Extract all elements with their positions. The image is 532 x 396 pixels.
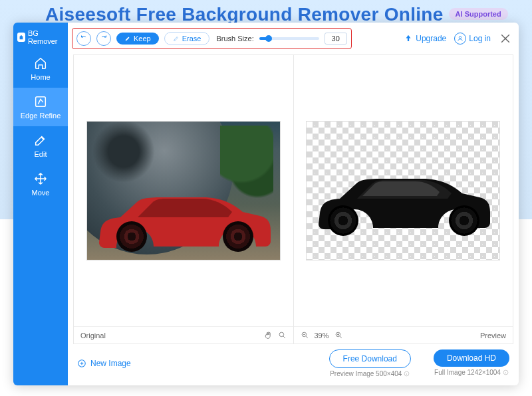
login-label: Log in — [469, 34, 491, 43]
original-canvas[interactable] — [74, 55, 293, 326]
erase-tool-button[interactable]: Erase — [164, 32, 210, 45]
app-window: BG Remover Home Edge Refine Edit Move — [13, 23, 519, 385]
sidebar-item-label: Edit — [35, 150, 47, 158]
new-image-button[interactable]: New Image — [77, 359, 131, 368]
keep-label: Keep — [134, 35, 151, 43]
erase-label: Erase — [182, 35, 201, 43]
free-download-meta: Preview Image 500×404 — [330, 370, 410, 377]
brush-keep-icon — [124, 35, 131, 42]
app-brand: BG Remover — [13, 27, 68, 49]
sidebar-item-home[interactable]: Home — [13, 49, 68, 88]
zoom-value: 39% — [315, 332, 329, 340]
sidebar-item-label: Edge Refine — [21, 112, 61, 120]
svg-point-2 — [279, 332, 284, 337]
tool-group: Keep Erase Brush Size: 30 — [72, 28, 352, 49]
account-area: Upgrade Log in — [404, 32, 512, 45]
upgrade-icon — [404, 34, 413, 43]
home-icon — [33, 56, 48, 70]
preview-canvas[interactable] — [294, 55, 513, 326]
brush-erase-icon — [173, 35, 180, 42]
brush-size-slider[interactable] — [259, 37, 319, 40]
edge-refine-icon — [33, 94, 48, 109]
new-image-label: New Image — [90, 359, 131, 368]
zoom-icon[interactable] — [278, 331, 287, 340]
svg-point-1 — [460, 37, 462, 39]
sidebar-item-label: Home — [31, 73, 50, 81]
info-icon — [503, 369, 509, 375]
close-button[interactable] — [499, 32, 512, 45]
hd-download-meta: Full Image 1242×1004 — [434, 369, 509, 376]
login-link[interactable]: Log in — [454, 33, 491, 45]
wheel-icon — [116, 221, 147, 252]
edit-icon — [33, 133, 48, 148]
svg-rect-0 — [36, 97, 46, 107]
preview-footer: 39% Preview — [294, 326, 513, 344]
tree-shape — [220, 126, 273, 199]
sidebar-item-edit[interactable]: Edit — [13, 126, 68, 165]
hand-tool-icon[interactable] — [264, 331, 273, 340]
zoom-out-icon[interactable] — [301, 331, 309, 340]
preview-label: Preview — [480, 332, 506, 340]
brush-size-label: Brush Size: — [216, 35, 253, 43]
download-hd-button[interactable]: Download HD — [434, 349, 509, 367]
wheel-icon — [449, 205, 479, 236]
info-icon — [404, 371, 410, 377]
wheel-icon — [328, 205, 358, 236]
workspace: Original — [68, 54, 519, 344]
sidebar-item-move[interactable]: Move — [13, 165, 68, 203]
brand-label: BG Remover — [28, 29, 64, 45]
preview-image — [306, 121, 500, 260]
slider-thumb[interactable] — [265, 35, 272, 42]
zoom-in-icon[interactable] — [334, 331, 343, 340]
upgrade-link[interactable]: Upgrade — [404, 34, 446, 43]
car-selected — [95, 191, 273, 252]
original-image — [86, 121, 281, 260]
bottombar: New Image Free Download Preview Image 50… — [68, 344, 519, 385]
topbar: Keep Erase Brush Size: 30 Upgrade — [68, 23, 519, 54]
undo-button[interactable] — [76, 31, 91, 46]
brand-icon — [17, 33, 25, 42]
redo-button[interactable] — [96, 31, 111, 46]
keep-tool-button[interactable]: Keep — [116, 33, 159, 45]
wheel-icon — [223, 221, 253, 252]
main-area: Keep Erase Brush Size: 30 Upgrade — [68, 23, 519, 385]
original-footer: Original — [74, 326, 293, 344]
ai-supported-badge: AI Supported — [449, 8, 508, 20]
original-label: Original — [80, 332, 106, 340]
move-icon — [33, 171, 48, 186]
original-panel: Original — [73, 54, 293, 344]
brush-size-input[interactable]: 30 — [325, 33, 347, 45]
sidebar-item-edge-refine[interactable]: Edge Refine — [13, 88, 68, 126]
sidebar-item-label: Move — [32, 189, 50, 197]
free-download-button[interactable]: Free Download — [329, 349, 411, 368]
upgrade-label: Upgrade — [416, 34, 446, 43]
user-icon — [454, 33, 466, 45]
sidebar: BG Remover Home Edge Refine Edit Move — [13, 23, 68, 385]
preview-panel: 39% Preview — [293, 54, 514, 344]
plus-circle-icon — [77, 359, 86, 368]
download-group: Free Download Preview Image 500×404 Down… — [329, 349, 509, 377]
